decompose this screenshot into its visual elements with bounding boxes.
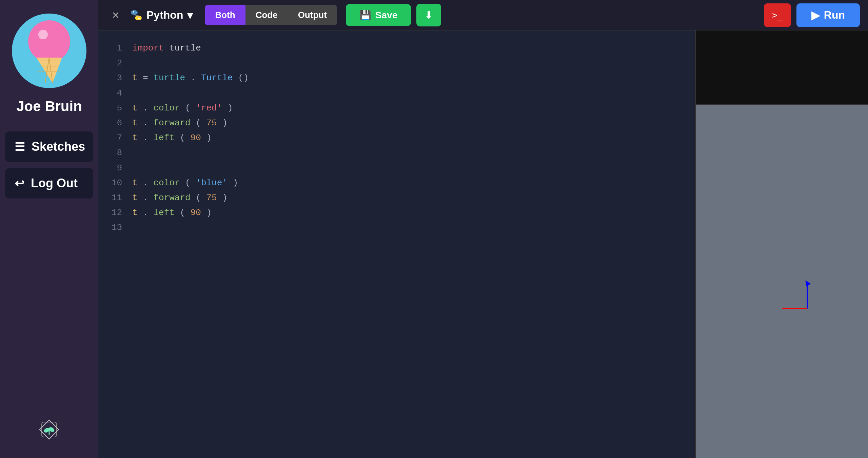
toolbar: × Python ▾ Both Code Output 💾 Save bbox=[98, 0, 868, 30]
close-button[interactable]: × bbox=[106, 6, 125, 24]
save-button[interactable]: 💾 Save bbox=[346, 4, 411, 26]
run-button[interactable]: ▶ Run bbox=[796, 3, 860, 27]
save-label: Save bbox=[375, 10, 397, 21]
run-icon: ▶ bbox=[811, 9, 820, 22]
svg-marker-2 bbox=[36, 58, 62, 83]
code-line: 2 bbox=[105, 56, 688, 70]
user-name: Joe Bruin bbox=[16, 98, 82, 114]
code-line: 3 t = turtle . Turtle () bbox=[105, 70, 688, 85]
code-line: 11 t . forward ( 75 ) bbox=[105, 190, 688, 205]
svg-point-14 bbox=[135, 16, 142, 20]
python-icon bbox=[130, 9, 142, 21]
code-line: 5 t . color ( 'red' ) bbox=[105, 101, 688, 116]
code-line: 10 t . color ( 'blue' ) bbox=[105, 175, 688, 190]
svg-point-13 bbox=[131, 10, 138, 15]
download-button[interactable]: ⬇ bbox=[416, 4, 441, 26]
output-canvas bbox=[696, 105, 868, 458]
view-code-button[interactable]: Code bbox=[245, 5, 288, 25]
main-panel: × Python ▾ Both Code Output 💾 Save bbox=[98, 0, 868, 458]
view-both-button[interactable]: Both bbox=[205, 5, 245, 25]
language-selector[interactable]: Python ▾ bbox=[130, 9, 193, 22]
svg-marker-19 bbox=[803, 279, 811, 287]
code-line: 13 bbox=[105, 220, 688, 235]
terminal-button[interactable]: >_ bbox=[764, 3, 791, 27]
code-line: 7 t . left ( 90 ) bbox=[105, 130, 688, 145]
avatar bbox=[12, 14, 86, 88]
sketches-label: Sketches bbox=[32, 140, 85, 154]
code-line: 9 bbox=[105, 161, 688, 175]
code-line: 4 bbox=[105, 86, 688, 101]
save-icon: 💾 bbox=[359, 9, 371, 21]
svg-point-16 bbox=[138, 18, 140, 19]
svg-point-15 bbox=[133, 11, 134, 13]
logout-icon: ↩ bbox=[15, 176, 24, 190]
avatar-icon bbox=[22, 17, 76, 85]
run-label: Run bbox=[824, 9, 845, 21]
terminal-icon: >_ bbox=[772, 10, 783, 20]
code-line: 6 t . forward ( 75 ) bbox=[105, 116, 688, 130]
view-toggle: Both Code Output bbox=[205, 5, 337, 25]
view-output-button[interactable]: Output bbox=[288, 5, 337, 25]
logo-icon bbox=[36, 416, 63, 443]
sidebar: Joe Bruin ☰ Sketches ↩ Log Out bbox=[0, 0, 98, 458]
sketches-icon: ☰ bbox=[15, 140, 25, 153]
content-area: 1 import turtle 2 3 t = turtle . Turtle bbox=[98, 30, 868, 458]
output-panel bbox=[695, 30, 868, 458]
logo bbox=[36, 416, 63, 444]
language-label: Python bbox=[146, 9, 183, 21]
logout-button[interactable]: ↩ Log Out bbox=[5, 168, 93, 199]
code-editor[interactable]: 1 import turtle 2 3 t = turtle . Turtle bbox=[98, 30, 695, 458]
code-line: 1 import turtle bbox=[105, 41, 688, 56]
output-console bbox=[696, 30, 868, 105]
turtle-drawing bbox=[696, 105, 868, 458]
code-line: 8 bbox=[105, 145, 688, 160]
sketches-button[interactable]: ☰ Sketches bbox=[5, 131, 93, 162]
logout-label: Log Out bbox=[31, 176, 78, 190]
svg-point-0 bbox=[28, 20, 70, 62]
code-line: 12 t . left ( 90 ) bbox=[105, 205, 688, 220]
language-dropdown-icon: ▾ bbox=[187, 9, 193, 22]
svg-point-1 bbox=[38, 30, 48, 39]
download-icon: ⬇ bbox=[425, 9, 433, 21]
